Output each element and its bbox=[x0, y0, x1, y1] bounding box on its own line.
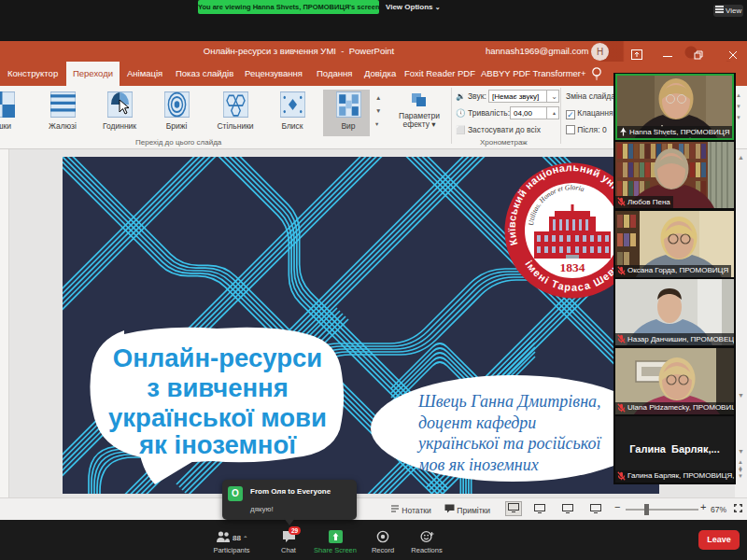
svg-text:з вивчення: з вивчення bbox=[147, 373, 289, 402]
svg-text:як іноземної: як іноземної bbox=[138, 430, 297, 459]
svg-text:1834: 1834 bbox=[560, 260, 585, 274]
svg-text:української та російської: української та російської bbox=[416, 434, 601, 453]
svg-text:Онлайн-ресурси: Онлайн-ресурси bbox=[113, 343, 322, 372]
svg-text:української мови: української мови bbox=[108, 403, 327, 432]
svg-text:Швець Ганна Дмитрівна,: Швець Ганна Дмитрівна, bbox=[417, 392, 601, 411]
svg-text:мов як іноземних: мов як іноземних bbox=[417, 455, 539, 474]
svg-text:доцент кафедри: доцент кафедри bbox=[418, 413, 536, 432]
